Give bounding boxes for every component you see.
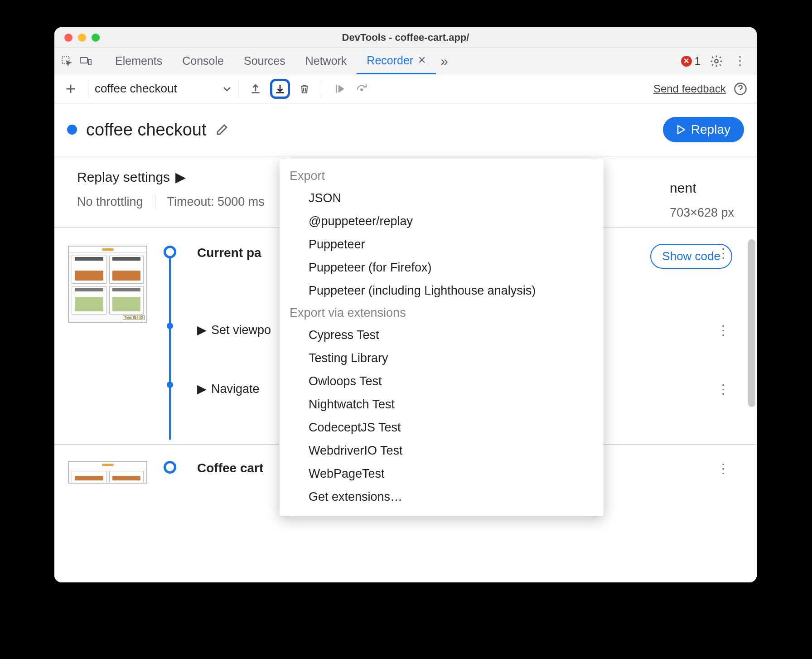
export-puppeteer[interactable]: Puppeteer — [280, 233, 604, 256]
send-feedback-link[interactable]: Send feedback — [653, 82, 726, 95]
step-thumbnail: Total: $14.00 — [68, 246, 147, 323]
recorder-toolbar: coffee checkout Send feedback — [54, 74, 757, 103]
timeout-value: Timeout: 5000 ms — [167, 195, 265, 209]
throttling-value: No throttling — [77, 195, 143, 209]
recording-header: coffee checkout Replay — [54, 103, 757, 156]
export-webdriverio[interactable]: WebdriverIO Test — [280, 439, 604, 462]
error-badge[interactable]: ✕ 1 — [681, 55, 701, 68]
svg-point-4 — [361, 89, 362, 91]
export-codeceptjs[interactable]: CodeceptJS Test — [280, 416, 604, 439]
step-more-icon[interactable]: ⋮ — [717, 461, 734, 476]
scrollbar[interactable] — [748, 239, 755, 407]
export-get-extensions[interactable]: Get extensions… — [280, 485, 604, 509]
edit-title-icon[interactable] — [215, 123, 229, 136]
export-nightwatch[interactable]: Nightwatch Test — [280, 393, 604, 416]
recording-select-label: coffee checkout — [95, 82, 177, 96]
step-thumbnail — [68, 461, 147, 484]
close-tab-icon[interactable]: ✕ — [418, 54, 426, 66]
step-more-icon[interactable]: ⋮ — [717, 246, 734, 261]
timeline-dot-icon — [167, 323, 173, 329]
replay-step-button[interactable] — [354, 81, 370, 97]
export-puppeteer-firefox[interactable]: Puppeteer (for Firefox) — [280, 256, 604, 279]
recording-title: coffee checkout — [86, 120, 206, 140]
timeline-dot-icon — [167, 382, 173, 388]
export-webpagetest[interactable]: WebPageTest — [280, 462, 604, 485]
separator — [322, 81, 322, 97]
error-icon: ✕ — [681, 56, 692, 67]
thumb-footer: Total: $14.00 — [123, 315, 145, 320]
tab-recorder-label: Recorder — [367, 54, 413, 67]
add-recording-button[interactable] — [63, 81, 79, 97]
delete-button[interactable] — [296, 81, 313, 97]
svg-rect-2 — [88, 59, 91, 65]
export-testing-library[interactable]: Testing Library — [280, 347, 604, 370]
export-owloops[interactable]: Owloops Test — [280, 370, 604, 393]
svg-point-3 — [715, 59, 718, 63]
import-button[interactable] — [247, 81, 264, 97]
environment-dimensions: 703×628 px — [670, 206, 734, 220]
caret-right-icon: ▶ — [175, 169, 186, 185]
timeline-node-icon — [164, 246, 176, 258]
inspect-element-icon[interactable] — [59, 53, 74, 69]
tab-network[interactable]: Network — [295, 48, 357, 74]
devtools-tabbar: Elements Console Sources Network Recorde… — [54, 48, 757, 74]
window-title: DevTools - coffee-cart.app/ — [54, 32, 757, 44]
more-icon[interactable]: ⋮ — [732, 53, 748, 69]
tab-recorder[interactable]: Recorder ✕ — [357, 48, 436, 74]
export-extensions-header: Export via extensions — [280, 302, 604, 324]
environment-section: nent 703×628 px — [670, 180, 734, 220]
export-puppeteer-lighthouse[interactable]: Puppeteer (including Lighthouse analysis… — [280, 279, 604, 302]
step-over-button[interactable] — [331, 81, 348, 97]
environment-title: nent — [670, 180, 734, 196]
devtools-window: DevTools - coffee-cart.app/ Elements Con… — [54, 27, 757, 582]
tab-elements[interactable]: Elements — [105, 48, 172, 74]
step-more-icon[interactable]: ⋮ — [717, 323, 734, 338]
tab-sources[interactable]: Sources — [234, 48, 295, 74]
tab-console[interactable]: Console — [172, 48, 234, 74]
svg-rect-1 — [80, 58, 87, 63]
replay-button-label: Replay — [691, 122, 730, 137]
recording-select[interactable]: coffee checkout — [88, 80, 238, 98]
export-menu-header: Export — [280, 165, 604, 187]
caret-right-icon: ▶ — [197, 323, 207, 337]
recording-indicator-icon — [67, 125, 77, 135]
tabs-overflow-button[interactable]: » — [436, 48, 453, 74]
titlebar: DevTools - coffee-cart.app/ — [54, 27, 757, 48]
export-button[interactable] — [270, 79, 290, 99]
export-cypress[interactable]: Cypress Test — [280, 324, 604, 347]
play-icon — [677, 125, 686, 135]
tabs-container: Elements Console Sources Network Recorde… — [105, 48, 677, 74]
export-puppeteer-replay[interactable]: @puppeteer/replay — [280, 210, 604, 233]
step-more-icon[interactable]: ⋮ — [717, 382, 734, 397]
help-icon[interactable] — [732, 81, 749, 97]
caret-right-icon: ▶ — [197, 382, 207, 396]
tabbar-right: ✕ 1 ⋮ — [681, 53, 752, 69]
export-json[interactable]: JSON — [280, 187, 604, 210]
recorder-content: coffee checkout Replay Replay settings ▶… — [54, 103, 757, 582]
export-menu: Export JSON @puppeteer/replay Puppeteer … — [280, 159, 604, 516]
device-toggle-icon[interactable] — [78, 53, 93, 69]
timeline-node-icon — [164, 461, 176, 474]
settings-icon[interactable] — [709, 53, 724, 69]
error-count: 1 — [695, 55, 701, 68]
replay-button[interactable]: Replay — [663, 117, 744, 142]
chevron-down-icon — [222, 86, 232, 92]
